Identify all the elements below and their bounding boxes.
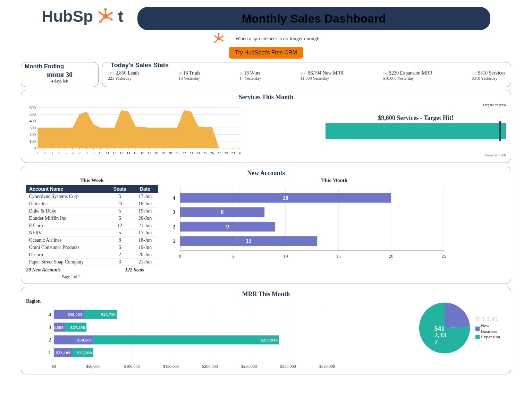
svg-text:26: 26 <box>210 151 214 155</box>
services-progress-bar <box>326 123 506 139</box>
svg-text:24: 24 <box>196 151 200 155</box>
sprocket-icon <box>212 32 225 45</box>
month-ending-sub: 4 days left <box>27 79 93 84</box>
stat-item: 1616 Wins14 Yesterday <box>239 70 261 81</box>
tagline: When a spreadsheet is no longer enough <box>235 36 319 42</box>
mrr-legend: $13 0,45 New Business Expansion <box>475 316 506 340</box>
mrr-pie-chart: $412,337 <box>416 298 473 357</box>
todays-stats-card: Today's Sales Stats 28502,850 Leads225 Y… <box>102 62 511 87</box>
stat-item: 310$310 Services$310 Yesterday <box>472 70 505 81</box>
svg-text:4: 4 <box>58 151 60 155</box>
stat-item: 1818 Trials18 Yesterday <box>179 70 200 81</box>
table-row: Duke & Duke519-Jun <box>26 208 158 215</box>
svg-text:30: 30 <box>238 151 242 155</box>
services-title: Services This Month <box>26 94 506 101</box>
svg-text:2: 2 <box>49 337 51 343</box>
table-row: Omni Consumer Products619-Jun <box>26 244 158 251</box>
services-progress-caption: $9,600 Services - Target Hit! <box>326 114 506 122</box>
svg-text:$23,109: $23,109 <box>56 350 71 355</box>
svg-text:15: 15 <box>133 151 137 155</box>
stat-item: 28502,850 Leads225 Yesterday <box>108 70 139 81</box>
mrr-panel: MRR This Month Region $0$50,000$100,000$… <box>21 287 511 374</box>
svg-text:25: 25 <box>203 151 207 155</box>
services-panel: Services This Month 01002003004005006001… <box>21 90 511 163</box>
svg-text:9: 9 <box>93 151 95 155</box>
this-week-title: This Week <box>26 177 158 183</box>
svg-text:8: 8 <box>86 151 88 155</box>
table-row: Cyberdyne Systems Corp517-Jun <box>26 193 158 200</box>
svg-text:$27,280: $27,280 <box>77 350 92 355</box>
table-pager: Page 1 of 2 <box>26 274 116 279</box>
svg-text:11: 11 <box>105 151 109 155</box>
svg-text:$38,223: $38,223 <box>68 312 83 317</box>
svg-text:$42,720: $42,720 <box>101 312 116 317</box>
svg-text:$0: $0 <box>52 364 56 369</box>
svg-text:6: 6 <box>72 151 74 155</box>
new-accounts-title: New Accounts <box>26 170 506 177</box>
svg-text:0: 0 <box>34 146 36 150</box>
svg-text:3: 3 <box>49 325 51 330</box>
swatch-icon <box>475 327 480 331</box>
pie-outlabel: $13 0,45 <box>475 316 506 322</box>
table-row: Oscorp220-Jun <box>26 251 158 259</box>
svg-text:$50,587: $50,587 <box>77 337 92 343</box>
svg-text:15: 15 <box>336 253 341 259</box>
target-marker-icon <box>499 121 501 141</box>
table-row: Paper Street Soap Company321-Jun <box>26 259 158 266</box>
svg-text:13: 13 <box>119 151 124 155</box>
svg-text:3: 3 <box>51 151 53 155</box>
svg-text:$237,916: $237,916 <box>261 337 278 343</box>
hubspot-logo: HubSp t <box>42 7 124 26</box>
svg-text:9: 9 <box>226 224 229 229</box>
svg-text:20: 20 <box>168 151 172 155</box>
table-row: Oceanic Airlines818-Jun <box>26 237 158 244</box>
svg-text:2: 2 <box>44 151 46 155</box>
svg-text:20: 20 <box>283 195 288 201</box>
svg-text:$50,000: $50,000 <box>86 364 100 369</box>
swatch-icon <box>475 335 480 339</box>
svg-rect-140 <box>93 335 279 344</box>
try-crm-button[interactable]: Try HubSpot's Free CRM <box>229 47 303 59</box>
svg-text:29: 29 <box>231 151 235 155</box>
svg-text:13: 13 <box>246 238 252 244</box>
svg-text:$250,000: $250,000 <box>241 364 257 369</box>
svg-text:4: 4 <box>173 196 175 201</box>
services-area-chart: 0100200300400500600123456789101112131415… <box>26 103 322 158</box>
summary-accounts: 20 New Accounts <box>26 267 61 273</box>
month-ending-label: Month Ending <box>25 63 93 70</box>
svg-text:23: 23 <box>189 151 193 155</box>
svg-text:5: 5 <box>65 151 67 155</box>
svg-text:21: 21 <box>175 151 179 155</box>
svg-text:8: 8 <box>221 209 224 215</box>
mrr-bar-chart: $0$50,000$100,000$150,000$200,000$250,00… <box>26 304 338 370</box>
col-seats: Seats <box>107 185 133 193</box>
brand-prefix: HubSp <box>42 7 93 26</box>
page-title: Monthly Sales Dashboard <box>137 7 490 30</box>
svg-text:500: 500 <box>29 112 36 117</box>
table-row: E Corp1221-Jun <box>26 222 158 229</box>
todays-stats-title: Today's Sales Stats <box>111 62 505 69</box>
brand-suffix: t <box>118 7 123 26</box>
svg-text:10: 10 <box>284 253 288 259</box>
svg-text:$27,490: $27,490 <box>70 325 85 330</box>
svg-text:28: 28 <box>224 151 228 155</box>
svg-text:25: 25 <box>442 253 446 259</box>
svg-text:18: 18 <box>154 151 159 155</box>
month-ending-value: июня 30 <box>27 71 93 79</box>
svg-text:400: 400 <box>29 119 36 123</box>
svg-text:300: 300 <box>29 125 36 130</box>
region-label: Region <box>26 298 412 304</box>
month-ending-card: Month Ending июня 30 4 days left <box>21 62 99 87</box>
svg-text:17: 17 <box>147 151 152 155</box>
svg-text:1: 1 <box>37 151 39 155</box>
svg-text:7: 7 <box>79 151 81 155</box>
svg-text:1: 1 <box>173 239 175 244</box>
svg-text:100: 100 <box>29 139 36 144</box>
table-row: Dunder Mifflin Inc620-Jun <box>26 215 158 222</box>
table-row: Delos Inc2318-Jun <box>26 200 158 208</box>
col-account: Account Name <box>26 185 107 193</box>
svg-text:3: 3 <box>173 210 175 215</box>
accounts-bar-chart: 05101520252048392131 <box>163 185 447 261</box>
sprocket-icon <box>96 7 115 25</box>
svg-text:14: 14 <box>126 151 130 155</box>
